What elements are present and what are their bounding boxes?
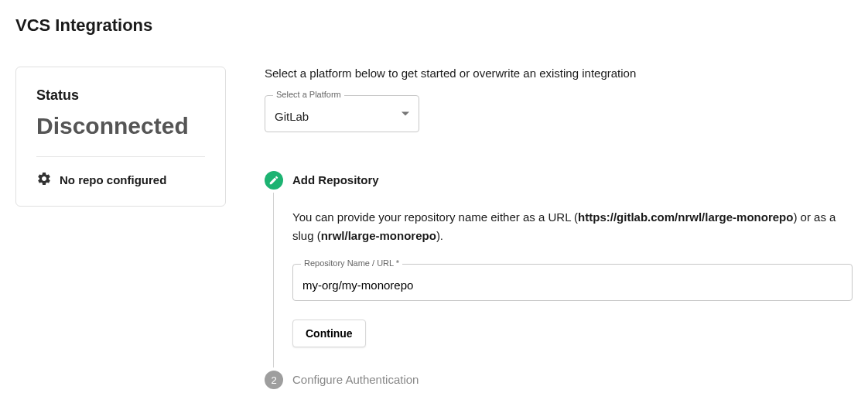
repo-status: No repo configured xyxy=(36,171,205,189)
repository-name-field-wrap: Repository Name / URL * xyxy=(292,264,853,301)
intro-text: Select a platform below to get started o… xyxy=(265,67,853,80)
desc-text: ). xyxy=(436,229,443,242)
chevron-down-icon xyxy=(402,112,409,116)
step2-title: Configure Authentication xyxy=(292,371,853,389)
step-configure-authentication: 2 Configure Authentication xyxy=(265,371,853,389)
step-connector xyxy=(273,193,274,367)
step-add-repository: Add Repository You can provide your repo… xyxy=(265,171,853,371)
continue-button[interactable]: Continue xyxy=(292,320,366,347)
desc-url-example: https://gitlab.com/nrwl/large-monorepo xyxy=(578,210,793,224)
main-content: Select a platform below to get started o… xyxy=(265,67,853,389)
repository-name-label: Repository Name / URL * xyxy=(301,258,402,268)
pencil-icon xyxy=(265,171,283,190)
desc-slug-example: nrwl/large-monorepo xyxy=(321,229,436,242)
step1-title: Add Repository xyxy=(292,171,853,190)
divider xyxy=(36,156,205,157)
status-card: Status Disconnected No repo configured xyxy=(15,67,226,207)
status-value: Disconnected xyxy=(36,113,205,139)
repo-status-text: No repo configured xyxy=(60,173,166,186)
stepper: Add Repository You can provide your repo… xyxy=(265,171,853,389)
platform-select-label: Select a Platform xyxy=(273,90,344,99)
step1-description: You can provide your repository name eit… xyxy=(292,208,853,245)
repository-name-input[interactable] xyxy=(302,279,842,292)
step-number-icon: 2 xyxy=(265,371,283,389)
platform-select-value: GitLab xyxy=(275,110,309,123)
page-title: VCS Integrations xyxy=(15,15,853,36)
gear-icon xyxy=(36,171,52,189)
status-label: Status xyxy=(36,87,205,104)
sidebar: Status Disconnected No repo configured xyxy=(15,67,226,389)
platform-select[interactable]: Select a Platform GitLab xyxy=(265,95,419,132)
desc-text: You can provide your repository name eit… xyxy=(292,210,578,224)
